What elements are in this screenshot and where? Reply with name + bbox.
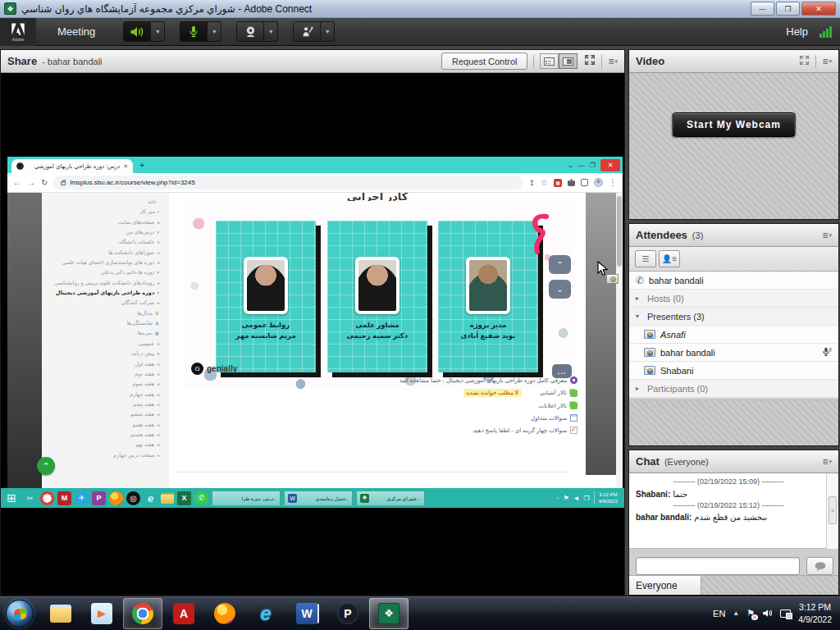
taskbar-app-button[interactable]: P <box>328 598 368 629</box>
address-bar[interactable]: lmsplus.sbu.ac.ir/course/view.php?id=324… <box>53 176 523 189</box>
sidebar-item[interactable]: ◂پیش درآمد <box>45 349 159 358</box>
chat-pod-menu-icon[interactable]: ≡▾ <box>822 456 832 468</box>
browser-close-icon[interactable]: ✕ <box>600 159 620 171</box>
speaker-dropdown[interactable]: ▾ <box>151 21 165 42</box>
taskbar-app-button[interactable] <box>205 598 244 629</box>
shared-taskbar-app-icon[interactable]: ✆ <box>194 491 208 505</box>
sidebar-item[interactable]: ◂شرکت کنندگان <box>45 298 159 308</box>
scrollbar-thumb[interactable] <box>617 196 622 267</box>
status-dropdown[interactable]: ▾ <box>321 21 335 42</box>
video-fullscreen-icon[interactable] <box>799 54 810 69</box>
shared-taskbar-app-icon[interactable]: M <box>57 491 71 505</box>
fullscreen-icon[interactable] <box>584 54 596 69</box>
genially-brand[interactable]: G genially <box>191 363 237 375</box>
new-tab-button[interactable]: + <box>139 160 144 170</box>
shared-taskbar-app-icon[interactable]: X <box>177 491 191 505</box>
tab-close-icon[interactable]: ✕ <box>123 163 128 170</box>
taskbar-app-button[interactable]: e <box>246 598 285 629</box>
webcam-dropdown[interactable]: ▾ <box>264 21 278 42</box>
shared-task-button[interactable]: ❖ .. شوراي مركزي <box>356 491 425 506</box>
sidebar-item[interactable]: ◂صفحه درس چهارم <box>45 450 159 460</box>
connection-signal-icon[interactable] <box>819 26 832 38</box>
course-activity-link[interactable]: سوالات متداول <box>180 414 578 422</box>
tab-search-chevron-icon[interactable]: ⌄ <box>568 162 573 169</box>
shared-taskbar-app-icon[interactable] <box>40 491 54 505</box>
forward-icon[interactable]: → <box>27 178 35 187</box>
participants-group-row[interactable]: ▸ Participants (0) <box>629 380 838 398</box>
minimize-button[interactable]: — <box>751 2 774 16</box>
restore-button[interactable]: ❐ <box>776 2 800 16</box>
tray-icon[interactable]: ❒ <box>583 495 589 502</box>
share-pod-menu-icon[interactable]: ≡▾ <box>608 56 618 67</box>
hosts-group-row[interactable]: ▸ Hosts (0) <box>629 290 838 308</box>
start-orb[interactable] <box>6 600 34 628</box>
presenters-group-row[interactable]: ▾ Presenters (3) <box>629 308 838 326</box>
sidepanel-icon[interactable] <box>581 179 588 186</box>
shared-task-button[interactable]: ..درس: دوره طرا <box>212 491 281 506</box>
shared-taskbar-app-icon[interactable]: e <box>144 491 158 505</box>
sidebar-item[interactable]: ▾دوره ها-خانم دکتر بدعلی <box>45 267 159 277</box>
sidebar-item[interactable]: ◂هفته نهم <box>45 440 159 450</box>
attendee-list-view-button[interactable]: ☰ <box>635 250 656 267</box>
browser-tab[interactable]: درس: دوره طراحي بازيهاي آموزشي ✕ <box>11 159 133 173</box>
taskbar-app-button[interactable] <box>123 598 162 629</box>
volume-icon[interactable] <box>762 606 773 621</box>
course-activity-link[interactable]: معرفی کامل دوره طراحی بازیهای آموزشی دیج… <box>180 377 578 384</box>
shared-start-button[interactable]: ⊞ <box>3 491 20 505</box>
tray-icon[interactable]: ◄ <box>573 495 580 502</box>
raise-hand-button[interactable] <box>293 21 321 42</box>
speaker-button[interactable] <box>123 21 151 42</box>
close-button[interactable]: ✕ <box>801 2 836 16</box>
sidebar-item[interactable]: ♟شایستگی‌ها <box>45 318 159 328</box>
help-menu[interactable]: Help <box>786 25 808 38</box>
tray-expand-icon[interactable]: ▲ <box>733 609 739 617</box>
genially-up-button[interactable]: ⌃ <box>549 255 571 274</box>
sidebar-item[interactable]: ◂عمومی <box>45 339 159 349</box>
shared-taskbar-app-icon[interactable]: ◎ <box>126 491 140 505</box>
chat-scrollbar-thumb[interactable]: ≡ <box>829 496 837 524</box>
attendees-pod-menu-icon[interactable]: ≡▾ <box>822 230 832 241</box>
sidebar-item[interactable]: ◂دوره های توانمندسازی اعضای هیات علمی <box>45 258 159 267</box>
start-webcam-button[interactable]: Start My Webcam <box>672 112 796 137</box>
profile-avatar[interactable] <box>594 178 603 187</box>
sidebar-item[interactable]: ◂هفته ششم <box>45 409 159 419</box>
browser-scrollbar[interactable] <box>616 193 623 488</box>
bookmark-star-icon[interactable]: ☆ <box>541 178 548 187</box>
taskbar-clock[interactable]: 3:12 PM 4/9/2022 <box>798 601 832 624</box>
taskbar-app-button[interactable]: A <box>164 598 203 629</box>
sidebar-item[interactable]: ▪میز کار <box>45 207 159 217</box>
sidebar-item[interactable]: ◂هفته پنجم <box>45 399 159 409</box>
shared-taskbar-app-icon[interactable]: ✈ <box>75 491 89 505</box>
shared-task-button[interactable]: W ..جدول زمانبندی <box>284 491 353 506</box>
sidebar-item[interactable]: ▾دوره طراحی بازیهای آموزشی دیجیتال <box>45 288 159 298</box>
sidebar-item[interactable]: ◂شوراهای دانشکده ها <box>45 248 159 258</box>
sidebar-item[interactable]: ▦نمره‌ها <box>45 328 159 338</box>
genially-down-button[interactable]: ⌄ <box>549 280 571 299</box>
sidebar-item[interactable]: ◂هفته سوم <box>45 379 159 389</box>
meeting-menu[interactable]: Meeting <box>57 25 95 38</box>
chat-everyone-tab[interactable]: Everyone <box>629 576 701 595</box>
sidebar-item[interactable]: ◂هفته چهارم <box>45 390 159 399</box>
shared-taskbar-app-icon[interactable] <box>109 491 123 505</box>
sidebar-item[interactable]: ◂صفحه‌های سایت <box>45 217 159 227</box>
sidebar-item[interactable]: ♛مدال‌ها <box>45 308 159 318</box>
chat-send-button[interactable] <box>806 557 833 575</box>
browser-restore-icon[interactable]: ❐ <box>590 162 596 169</box>
browser-minimize-icon[interactable]: — <box>578 162 585 169</box>
request-control-button[interactable]: Request Control <box>441 52 528 70</box>
back-icon[interactable]: ← <box>13 178 21 187</box>
presenter-row[interactable]: Shabani <box>629 362 838 380</box>
extensions-puzzle-icon[interactable] <box>568 179 575 186</box>
sidebar-item[interactable]: ◂هفته دوم <box>45 369 159 379</box>
sidebar-item[interactable]: ◂جلسات دانشگاه <box>45 237 159 247</box>
chat-scrollbar[interactable]: ≡ <box>826 473 838 549</box>
sidebar-item[interactable]: ▾درس‌های من <box>45 227 159 237</box>
chat-input[interactable] <box>636 557 800 575</box>
taskbar-app-button[interactable]: ❖ <box>369 598 409 629</box>
presenter-row[interactable]: Asnafi <box>629 326 838 344</box>
shared-taskbar-app-icon[interactable]: ✂ <box>23 491 37 505</box>
layout-toggle-windowed[interactable] <box>540 53 559 69</box>
share-page-icon[interactable]: ↥ <box>528 179 535 187</box>
tray-icon[interactable]: ▫ <box>557 495 559 502</box>
sidebar-item[interactable]: ◂رویدادهای دانشکده علوم تربیتی و روانشنا… <box>45 278 159 288</box>
